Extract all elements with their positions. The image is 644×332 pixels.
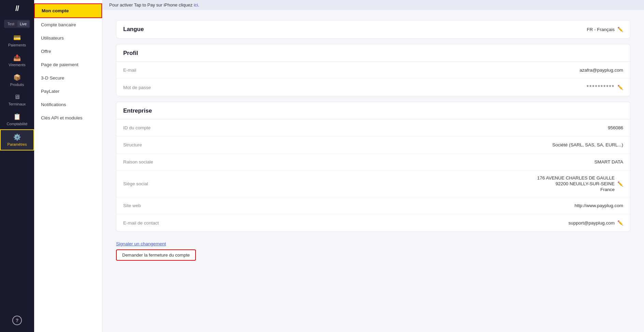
subnav-item-page-de-paiement[interactable]: Page de paiement	[34, 58, 102, 71]
siege-social-label: Siège social	[123, 181, 148, 186]
signaler-changement-button[interactable]: Signaler un changement	[116, 241, 166, 246]
top-banner: Pour activer Tap to Pay sur iPhone cliqu…	[102, 0, 644, 10]
password-edit-icon[interactable]: ✏️	[617, 85, 623, 90]
content-area: Langue FR - Français ✏️ Profil E-mail az…	[102, 10, 644, 332]
mode-live-button[interactable]: Live	[17, 21, 29, 27]
mode-test-button[interactable]: Test	[5, 21, 17, 27]
entreprise-card: Entreprise ID du compte 956086 Structure…	[116, 102, 630, 232]
subnav-item-3d-secure[interactable]: 3-D Secure	[34, 71, 102, 85]
banner-link[interactable]: ici	[194, 2, 198, 8]
email-value: azafra@payplug.com	[579, 68, 623, 73]
site-web-row: Site web http://www.payplug.com	[116, 197, 630, 214]
langue-title: Langue	[123, 26, 144, 33]
email-label: E-mail	[123, 68, 136, 73]
sidebar-item-label: Produits	[10, 83, 24, 87]
logo: //	[0, 0, 34, 17]
subnav-item-utilisateurs[interactable]: Utilisateurs	[34, 31, 102, 45]
siege-social-row: Siège social 176 AVENUE CHARLES DE GAULL…	[116, 171, 630, 197]
structure-label: Structure	[123, 142, 142, 147]
email-contact-row: E-mail de contact support@payplug.com ✏️	[116, 214, 630, 231]
langue-value: FR - Français	[587, 27, 615, 32]
langue-value-container: FR - Français ✏️	[587, 27, 623, 32]
subnav: Mon compte Compte bancaire Utilisateurs …	[34, 0, 102, 332]
siege-social-multiline: 176 AVENUE CHARLES DE GAULLE 92200 NEUIL…	[537, 175, 615, 192]
siege-social-value: 176 AVENUE CHARLES DE GAULLE 92200 NEUIL…	[537, 175, 623, 192]
profil-title: Profil	[116, 44, 630, 62]
langue-card: Langue FR - Français ✏️	[116, 20, 630, 39]
siege-line1: 176 AVENUE CHARLES DE GAULLE	[537, 175, 615, 181]
raison-sociale-value: SMART DATA	[594, 159, 623, 164]
site-web-value: http://www.payplug.com	[574, 203, 623, 208]
subnav-item-offre[interactable]: Offre	[34, 45, 102, 58]
id-compte-row: ID du compte 956086	[116, 119, 630, 136]
banner-text: Pour activer Tap to Pay sur iPhone cliqu…	[109, 2, 194, 8]
email-contact-text: support@payplug.com	[569, 220, 615, 226]
sidebar-bottom: ?	[0, 316, 34, 332]
terminaux-icon: 🖥	[14, 93, 20, 101]
sidebar-item-comptabilite[interactable]: 📋 Comptabilité	[0, 110, 34, 129]
siege-edit-icon[interactable]: ✏️	[617, 181, 623, 187]
sidebar-item-label: Virements	[9, 63, 25, 67]
structure-value: Société (SARL, SAS, SA, EURL...)	[552, 142, 623, 147]
password-dots: **********	[587, 84, 615, 90]
sidebar-item-label: Paiements	[8, 43, 26, 47]
subnav-item-cles-api[interactable]: Clés API et modules	[34, 111, 102, 125]
subnav-item-compte-bancaire[interactable]: Compte bancaire	[34, 18, 102, 31]
sidebar-item-label: Paramètres	[8, 142, 27, 146]
close-account-button[interactable]: Demander la fermeture du compte	[116, 249, 196, 261]
password-value: ********** ✏️	[587, 84, 623, 90]
site-web-label: Site web	[123, 203, 141, 208]
parametres-icon: ⚙️	[13, 133, 21, 141]
sidebar-item-virements[interactable]: 📤 Virements	[0, 50, 34, 70]
profil-card: Profil E-mail azafra@payplug.com Mot de …	[116, 44, 630, 96]
siege-line2: 92200 NEUILLY-SUR-SEINE	[556, 181, 615, 186]
footer-actions: Signaler un changement Demander la ferme…	[116, 237, 630, 264]
virements-icon: 📤	[13, 54, 21, 61]
raison-sociale-row: Raison sociale SMART DATA	[116, 154, 630, 171]
email-row: E-mail azafra@payplug.com	[116, 62, 630, 79]
structure-row: Structure Société (SARL, SAS, SA, EURL..…	[116, 136, 630, 154]
password-label: Mot de passe	[123, 85, 151, 90]
email-contact-value: support@payplug.com ✏️	[569, 220, 623, 226]
password-row: Mot de passe ********** ✏️	[116, 79, 630, 96]
subnav-item-mon-compte[interactable]: Mon compte	[34, 3, 102, 18]
mode-toggle[interactable]: Test Live	[4, 20, 30, 28]
sidebar-item-produits[interactable]: 📦 Produits	[0, 70, 34, 90]
help-button[interactable]: ?	[12, 316, 22, 325]
id-compte-value: 956086	[608, 125, 623, 130]
sidebar-item-parametres[interactable]: ⚙️ Paramètres	[0, 129, 34, 150]
langue-edit-icon[interactable]: ✏️	[617, 27, 623, 32]
email-contact-label: E-mail de contact	[123, 220, 159, 226]
paiements-icon: 💳	[13, 34, 21, 42]
sidebar-item-paiements[interactable]: 💳 Paiements	[0, 31, 34, 50]
sidebar-item-label: Terminaux	[9, 102, 26, 106]
entreprise-title: Entreprise	[116, 102, 630, 119]
sidebar: // Test Live 💳 Paiements 📤 Virements 📦 P…	[0, 0, 34, 332]
subnav-item-notifications[interactable]: Notifications	[34, 98, 102, 111]
raison-sociale-label: Raison sociale	[123, 159, 153, 164]
siege-line3: France	[600, 187, 615, 192]
main: Pour activer Tap to Pay sur iPhone cliqu…	[102, 0, 644, 332]
id-compte-label: ID du compte	[123, 125, 151, 130]
sidebar-item-label: Comptabilité	[6, 122, 27, 126]
sidebar-item-terminaux[interactable]: 🖥 Terminaux	[0, 90, 34, 110]
produits-icon: 📦	[13, 74, 21, 81]
email-contact-edit-icon[interactable]: ✏️	[617, 220, 623, 226]
subnav-item-paylater[interactable]: PayLater	[34, 85, 102, 98]
comptabilite-icon: 📋	[13, 113, 21, 120]
